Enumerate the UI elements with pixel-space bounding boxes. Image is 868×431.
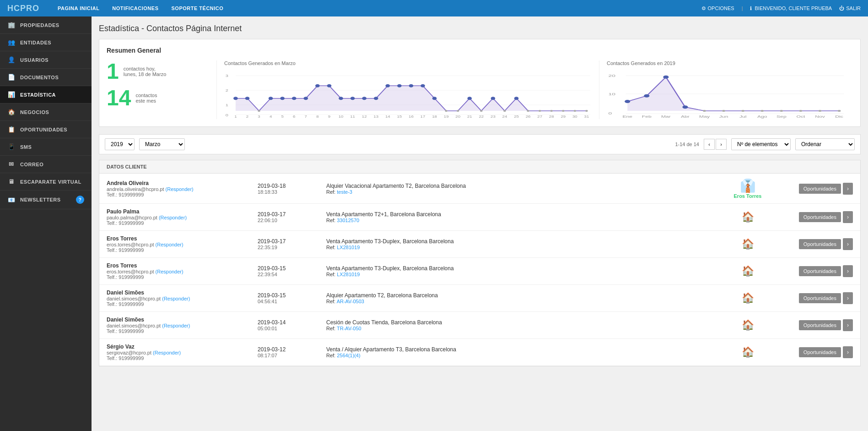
svg-point-55 (503, 110, 506, 112)
sidebar-item-estadistica[interactable]: 📊 ESTADÍSTICA (0, 86, 92, 104)
sidebar-item-sms[interactable]: 📱 SMS (0, 138, 92, 156)
oportunidades-button[interactable]: Oportunidades (799, 347, 841, 357)
reply-link[interactable]: (Responder) (166, 186, 194, 192)
nav-notifications[interactable]: NOTIFICACIONES (112, 5, 158, 11)
nav-support[interactable]: SOPORTE TÉCNICO (171, 5, 223, 11)
svg-point-65 (562, 110, 565, 112)
sidebar-item-label: ESTADÍSTICA (20, 92, 56, 98)
sidebar-item-entidades[interactable]: 👥 ENTIDADES (0, 34, 92, 51)
sidebar-item-propiedades[interactable]: 🏢 PROPIEDADES (0, 16, 92, 34)
row-detail-button[interactable]: › (843, 211, 853, 223)
table-row: Eros Torres eros.torres@hcpro.pt (Respon… (99, 258, 860, 285)
svg-point-25 (327, 84, 332, 87)
sidebar-item-negocios[interactable]: 🏠 NEGOCIOS (0, 104, 92, 121)
sidebar-item-oportunidades[interactable]: 📋 OPORTUNIDADES (0, 121, 92, 138)
svg-text:Dic: Dic (835, 115, 843, 119)
svg-text:Feb: Feb (642, 115, 652, 119)
svg-point-88 (722, 110, 725, 112)
data-table: DATOS CLIENTE Andrela Oliveira andrela.o… (99, 160, 861, 366)
yearly-chart: 20 10 0 EneFebMarAbrMayJunJulAgoSepOctNo… (607, 69, 846, 119)
sidebar-item-documentos[interactable]: 📄 DOCUMENTOS (0, 69, 92, 86)
house-icon: 🏠 (720, 292, 775, 304)
stat-today-label2: lunes, 18 de Marzo (124, 71, 167, 77)
ref-link[interactable]: 2564(1)(4) (337, 353, 360, 358)
svg-point-47 (457, 110, 459, 112)
date-value: 2019-03-15 (258, 292, 322, 299)
year-select[interactable]: 2019 2018 2017 (105, 138, 135, 150)
table-row: Sérgio Vaz sergiovaz@hcpro.pt (Responder… (99, 339, 860, 366)
reply-link[interactable]: (Responder) (156, 269, 183, 274)
svg-text:1: 1 (234, 115, 237, 118)
reply-link[interactable]: (Responder) (159, 215, 187, 220)
ref-link[interactable]: teste-3 (337, 189, 352, 195)
sidebar-item-label: PROPIEDADES (20, 22, 59, 28)
reply-link[interactable]: (Responder) (156, 242, 183, 247)
svg-point-41 (421, 84, 425, 87)
documentos-icon: 📄 (7, 74, 16, 81)
options-button[interactable]: ⚙ OPCIONES (701, 5, 734, 11)
row-detail-button[interactable]: › (843, 292, 853, 304)
logout-label: SALIR (846, 5, 861, 11)
time-value: 22:39:54 (258, 272, 322, 277)
oportunidades-button[interactable]: Oportunidades (799, 239, 841, 249)
prev-page-button[interactable]: ‹ (704, 139, 715, 150)
ref-link[interactable]: 33012570 (337, 218, 359, 223)
svg-text:7: 7 (305, 115, 307, 118)
monthly-chart-title: Contactos Generados en Marzo (224, 60, 592, 66)
yearly-chart-title: Contactos Generados en 2019 (607, 60, 846, 66)
row-detail-button[interactable]: › (843, 238, 853, 250)
row-detail-button[interactable]: › (843, 319, 853, 331)
sidebar-item-usuarios[interactable]: 👤 USUARIOS (0, 51, 92, 69)
sidebar-item-label: ESCAPARATE VIRTUAL (20, 179, 81, 185)
oportunidades-button[interactable]: Oportunidades (799, 293, 841, 303)
ref-link[interactable]: TR-AV-050 (337, 326, 361, 331)
order-select[interactable]: Ordenar (795, 138, 855, 150)
contact-date: 2019-03-14 05:00:01 (258, 319, 322, 331)
pagination-buttons: ‹ › (704, 139, 727, 150)
svg-point-37 (397, 84, 402, 87)
svg-text:Ago: Ago (757, 115, 767, 119)
ref-link[interactable]: AR-AV-0503 (337, 299, 364, 304)
summary-title: Resumen General (107, 47, 853, 54)
elements-select[interactable]: Nº de elementos (731, 138, 791, 150)
summary-stats: 1 contactos hoy, lunes, 18 de Marzo 14 c… (107, 60, 216, 119)
oportunidades-button[interactable]: Oportunidades (799, 184, 841, 194)
sidebar-item-escaparate[interactable]: 🖥 ESCAPARATE VIRTUAL (0, 173, 92, 191)
agent-info: 🏠 (720, 211, 775, 223)
svg-text:22: 22 (479, 115, 484, 118)
svg-text:2: 2 (226, 88, 228, 93)
client-info: Eros Torres eros.torres@hcpro.pt (Respon… (107, 262, 253, 280)
entidades-icon: 👥 (7, 39, 16, 46)
ref-link[interactable]: LX281019 (337, 272, 360, 277)
row-detail-button[interactable]: › (843, 346, 853, 358)
row-detail-button[interactable]: › (843, 183, 853, 195)
row-detail-button[interactable]: › (843, 265, 853, 277)
month-select[interactable]: Enero Febrero Marzo Abril Mayo Junio Jul… (139, 138, 185, 150)
svg-text:1: 1 (226, 103, 228, 107)
sidebar-item-correo[interactable]: ✉ CORREO (0, 156, 92, 173)
logout-button[interactable]: ⏻ SALIR (839, 5, 861, 11)
property-ref: Ref: 33012570 (326, 218, 716, 223)
property-info: Venta Apartamento T3-Duplex, Barcelona B… (326, 265, 716, 277)
table-row: Paulo Palma paulo.palma@hcpro.pt (Respon… (99, 204, 860, 231)
correo-icon: ✉ (7, 161, 16, 168)
nav-home[interactable]: PAGINA INICIAL (58, 5, 99, 11)
svg-text:20: 20 (455, 115, 460, 118)
options-label: OPCIONES (708, 5, 734, 11)
reply-link[interactable]: (Responder) (162, 296, 190, 301)
client-name: Andrela Oliveira (107, 180, 253, 186)
sms-icon: 📱 (7, 143, 16, 150)
reply-link[interactable]: (Responder) (153, 350, 181, 355)
oportunidades-button[interactable]: Oportunidades (799, 266, 841, 276)
date-value: 2019-03-17 (258, 211, 322, 218)
next-page-button[interactable]: › (716, 139, 727, 150)
sidebar-item-newsletters[interactable]: 📧 NEWSLETTERS ? (0, 191, 92, 209)
oportunidades-button[interactable]: Oportunidades (799, 212, 841, 222)
ref-link[interactable]: LX281019 (337, 245, 360, 250)
reply-link[interactable]: (Responder) (162, 323, 190, 328)
oportunidades-button[interactable]: Oportunidades (799, 320, 841, 330)
svg-text:10: 10 (609, 92, 615, 96)
sidebar-item-label: NEWSLETTERS (20, 197, 61, 202)
property-type: Venta Apartamento T3-Duplex, Barcelona B… (326, 238, 716, 245)
property-type: Alquier Vacacional Apartamento T2, Barce… (326, 183, 716, 189)
